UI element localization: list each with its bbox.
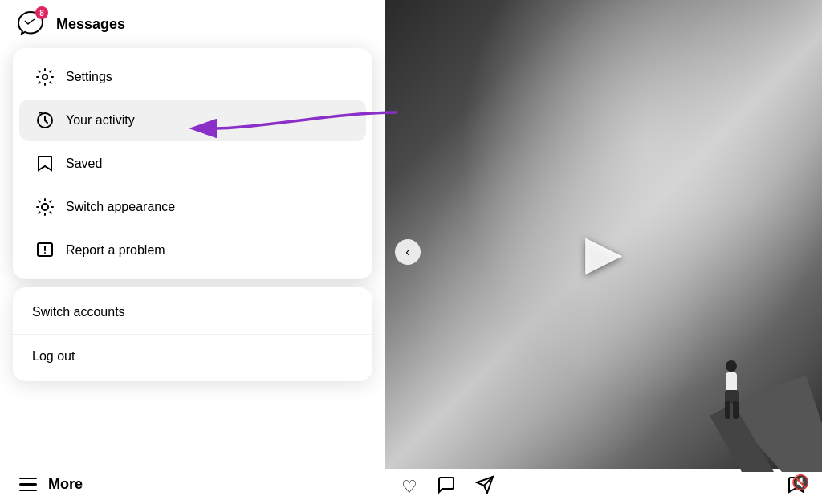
- menu-item-settings[interactable]: Settings: [19, 56, 366, 98]
- menu-item-saved[interactable]: Saved: [19, 143, 366, 185]
- person-silhouette: [714, 360, 750, 440]
- prev-arrow[interactable]: ‹: [395, 239, 421, 265]
- your-activity-label: Your activity: [66, 113, 135, 128]
- log-out-item[interactable]: Log out: [13, 335, 372, 378]
- slide-dots: [597, 490, 611, 494]
- report-problem-label: Report a problem: [66, 243, 165, 258]
- svg-point-0: [43, 75, 47, 79]
- settings-label: Settings: [66, 70, 112, 84]
- action-bar: ♡: [385, 469, 822, 504]
- svg-rect-10: [733, 401, 739, 419]
- svg-rect-9: [725, 401, 730, 419]
- svg-point-2: [42, 204, 48, 210]
- menu-item-report-problem[interactable]: Report a problem: [19, 230, 366, 271]
- sun-icon: [35, 197, 55, 217]
- more-label: More: [48, 476, 83, 493]
- mute-icon[interactable]: 🔇: [791, 474, 809, 491]
- menu-item-switch-appearance[interactable]: Switch appearance: [19, 186, 366, 228]
- notification-badge: 8: [35, 6, 48, 19]
- switch-appearance-label: Switch appearance: [66, 200, 175, 214]
- bookmark-icon: [35, 154, 55, 173]
- like-button[interactable]: ♡: [401, 477, 417, 498]
- dot-1: [597, 490, 602, 494]
- saved-label: Saved: [66, 156, 102, 171]
- dropdown-menu: Settings Your activity: [13, 48, 372, 279]
- more-button[interactable]: More: [0, 465, 385, 504]
- messages-icon-wrap: 8: [16, 10, 45, 39]
- messages-header[interactable]: 8 Messages: [0, 0, 385, 48]
- extra-section: Switch accounts Log out: [13, 287, 372, 381]
- comment-button[interactable]: [437, 475, 456, 499]
- app-container: 8 Messages Settings: [0, 0, 822, 504]
- dot-2: [606, 490, 611, 494]
- play-button[interactable]: ▶: [585, 224, 622, 280]
- svg-point-4: [44, 252, 46, 254]
- sidebar: 8 Messages Settings: [0, 0, 385, 504]
- svg-point-6: [726, 360, 737, 372]
- share-button[interactable]: [475, 475, 494, 499]
- video-panel: ▶ ‹ 🔇 ♡: [385, 0, 822, 504]
- switch-accounts-item[interactable]: Switch accounts: [13, 291, 372, 334]
- hamburger-icon: [19, 478, 37, 492]
- flag-icon: [35, 241, 55, 260]
- messages-label: Messages: [56, 16, 125, 33]
- menu-item-your-activity[interactable]: Your activity: [19, 100, 366, 141]
- gear-icon: [35, 67, 55, 87]
- activity-icon: [35, 111, 55, 130]
